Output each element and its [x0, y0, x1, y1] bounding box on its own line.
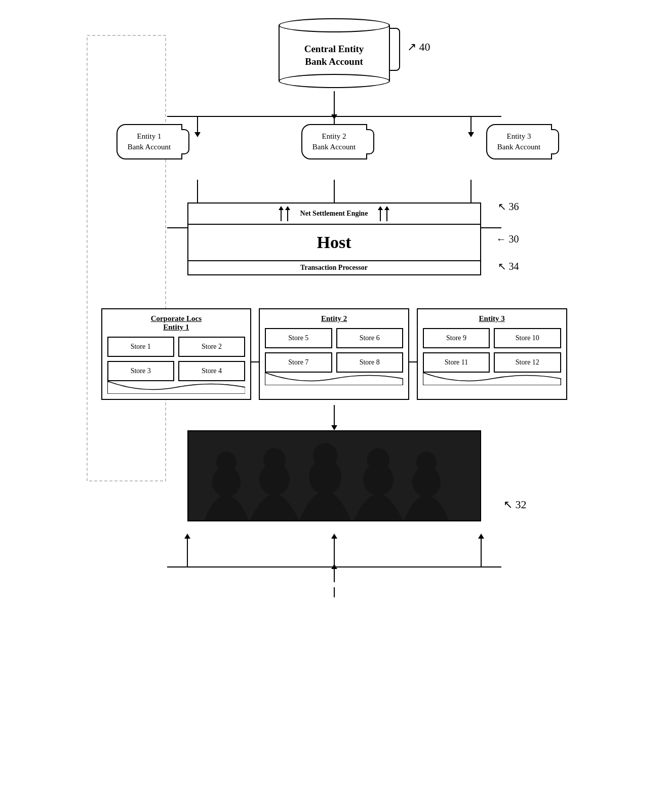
entity3-line2: Bank Account — [496, 142, 542, 152]
cylinder-top — [279, 18, 390, 32]
entity1-line2: Bank Account — [127, 142, 172, 152]
store-3: Store 3 — [107, 361, 174, 381]
customers-box — [187, 430, 481, 521]
entity-group-3-stores: Store 9 Store 10 Store 11 Store 12 — [423, 328, 561, 373]
entity1-tab — [181, 129, 189, 154]
customers-silhouettes — [188, 431, 481, 521]
entity1-bank-account: Entity 1 Bank Account — [116, 124, 182, 159]
entity-group-3: Entity 3 Store 9 Store 10 Store 11 Store… — [417, 308, 567, 400]
tp-ref: ↖ 34 — [498, 260, 519, 272]
arrow-up-4 — [384, 206, 389, 210]
entity-group-1-title: Corporate Locs Entity 1 — [107, 314, 246, 332]
customers-ref: ↖ 32 — [503, 498, 527, 511]
host-main-label: Host — [188, 225, 480, 261]
arrow-up-2 — [285, 206, 290, 210]
entity2-line1: Entity 2 — [311, 131, 357, 142]
svg-marker-33 — [331, 564, 337, 569]
svg-marker-26 — [184, 534, 190, 539]
entity2-tab — [366, 129, 374, 154]
entity-group-1: Corporate Locs Entity 1 Store 1 Store 2 … — [101, 308, 252, 400]
nse-ref: ↖ 36 — [498, 200, 519, 213]
entity3-bank-account: Entity 3 Bank Account — [486, 124, 552, 159]
host-box: ↖ 36 Net Sett — [187, 202, 481, 275]
central-bank-account: Central Entity Bank Account ↗ 40 — [279, 25, 390, 81]
store-6: Store 6 — [336, 328, 403, 348]
cylinder-tab — [390, 28, 400, 71]
store-4: Store 4 — [178, 361, 245, 381]
customers-section: ↖ 32 — [187, 430, 481, 521]
arrow-up-1 — [279, 206, 284, 210]
svg-marker-28 — [331, 534, 337, 539]
net-settlement-label: Net Settlement Engine — [188, 204, 480, 225]
host-ref: ← 30 — [496, 233, 519, 245]
store-12: Store 12 — [494, 352, 561, 373]
store-5: Store 5 — [265, 328, 332, 348]
store-7: Store 7 — [265, 352, 332, 373]
svg-rect-46 — [188, 431, 481, 521]
entity2-line2: Bank Account — [311, 142, 357, 152]
central-account-line1: Central Entity — [304, 43, 364, 56]
entity-group-2: Entity 2 Store 5 Store 6 Store 7 Store 8 — [259, 308, 409, 400]
entity-group-2-title: Entity 2 — [265, 314, 403, 323]
entity-group-2-stores: Store 5 Store 6 Store 7 Store 8 — [265, 328, 403, 373]
wave-3 — [423, 373, 561, 385]
wave-2 — [265, 373, 403, 385]
wave-1 — [107, 381, 246, 394]
entity1-line1: Entity 1 — [127, 131, 172, 142]
central-account-ref: ↗ 40 — [407, 40, 430, 54]
store-8: Store 8 — [336, 352, 403, 373]
entity-group-1-stores: Store 1 Store 2 Store 3 Store 4 — [107, 337, 246, 381]
svg-marker-30 — [478, 534, 484, 539]
entity2-bank-account: Entity 2 Bank Account — [301, 124, 367, 159]
store-10: Store 10 — [494, 328, 561, 348]
store-1: Store 1 — [107, 337, 174, 357]
cylinder-body: Central Entity Bank Account — [279, 25, 390, 81]
store-11: Store 11 — [423, 352, 490, 373]
arrow-to-customers — [86, 405, 582, 430]
arrow-up-3 — [378, 206, 383, 210]
store-9: Store 9 — [423, 328, 490, 348]
transaction-processor-label: Transaction Processor — [188, 261, 480, 274]
entity3-tab — [551, 129, 559, 154]
entity-group-3-title: Entity 3 — [423, 314, 561, 323]
central-account-line2: Bank Account — [304, 56, 364, 68]
store-2: Store 2 — [178, 337, 245, 357]
entity3-line1: Entity 3 — [496, 131, 542, 142]
